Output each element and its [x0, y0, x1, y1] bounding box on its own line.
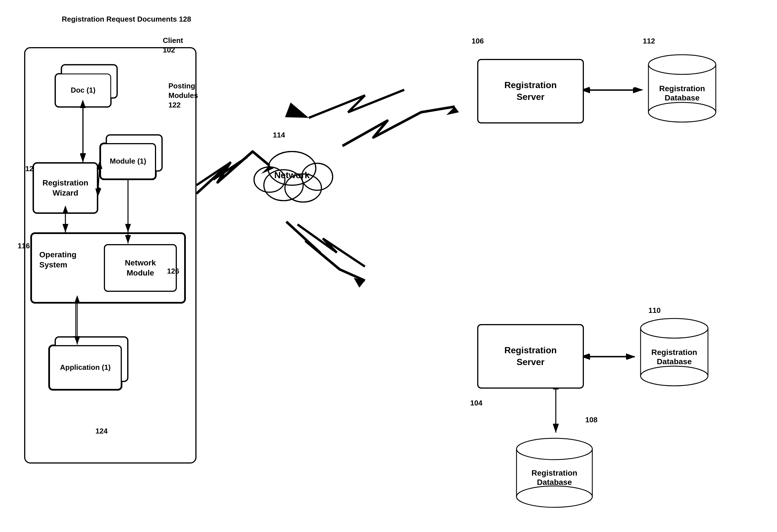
reg-db-mid-cylinder: Registration Database	[635, 311, 713, 391]
reg-req-docs-label: Registration Request Documents 128	[62, 14, 191, 24]
svg-text:Database: Database	[665, 94, 700, 102]
svg-point-54	[641, 318, 708, 338]
svg-text:Database: Database	[657, 357, 692, 366]
reg-db-bottom-cylinder: Registration Database	[511, 432, 598, 512]
app-1-box: Application (1)	[49, 345, 122, 390]
network-cloud: Network	[239, 135, 345, 213]
client-label: Client102	[163, 36, 183, 55]
number-104: 104	[470, 398, 482, 408]
svg-text:Registration: Registration	[531, 469, 577, 477]
svg-point-59	[517, 438, 592, 459]
operating-system-label: OperatingSystem	[39, 250, 76, 270]
doc-1-box: Doc (1)	[55, 74, 111, 107]
svg-point-55	[641, 366, 708, 386]
svg-text:Registration: Registration	[651, 348, 697, 357]
number-112: 112	[643, 36, 655, 46]
svg-point-49	[648, 55, 716, 75]
number-116: 116	[18, 241, 30, 251]
number-126: 126	[167, 267, 179, 276]
number-124: 124	[95, 426, 108, 436]
number-108: 108	[585, 415, 597, 425]
registration-wizard-box: RegistrationWizard	[33, 163, 98, 213]
network-module-box: NetworkModule	[104, 244, 177, 292]
svg-point-60	[517, 486, 592, 507]
reg-server-top-box: RegistrationServer	[477, 59, 584, 123]
module-1-box: Module (1)	[100, 143, 156, 179]
svg-text:Registration: Registration	[659, 84, 705, 93]
svg-marker-36	[354, 278, 365, 288]
svg-text:Network: Network	[274, 170, 310, 180]
svg-text:Database: Database	[537, 478, 572, 487]
diagram: Registration Request Documents 128 Clien…	[0, 0, 777, 532]
number-114: 114	[273, 130, 285, 140]
reg-db-top-cylinder: Registration Database	[643, 48, 722, 127]
reg-server-mid-box: RegistrationServer	[477, 324, 584, 389]
svg-marker-37	[446, 107, 459, 115]
svg-point-50	[648, 102, 716, 122]
number-106: 106	[472, 36, 484, 46]
posting-modules-label: PostingModules122	[169, 82, 198, 110]
